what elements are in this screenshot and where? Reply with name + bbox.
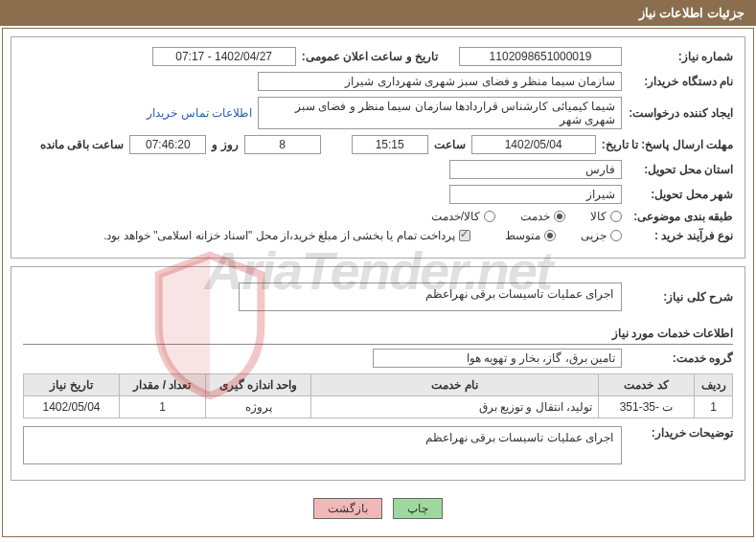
- deadline-label: مهلت ارسال پاسخ: تا تاریخ:: [602, 138, 733, 151]
- proc-medium-label: متوسط: [505, 229, 540, 242]
- services-table: ردیف کد خدمت نام خدمت واحد اندازه گیری ت…: [23, 373, 733, 418]
- buyer-desc-field: اجرای عملیات تاسیسات برقی نهراعظم: [23, 426, 622, 464]
- city-field: شیراز: [449, 185, 622, 204]
- buyer-contact-link[interactable]: اطلاعات تماس خریدار: [147, 106, 252, 120]
- radio-goods-service[interactable]: [484, 211, 495, 222]
- summary-field: اجرای عملیات تاسیسات برقی نهراعظم: [239, 282, 622, 311]
- cell-name: تولید، انتقال و توزیع برق: [311, 396, 599, 418]
- group-label: گروه خدمت:: [628, 351, 733, 365]
- process-label: نوع فرآیند خرید :: [628, 229, 733, 242]
- cell-date: 1402/05/04: [24, 396, 120, 418]
- payment-note: پرداخت تمام یا بخشی از مبلغ خرید،از محل …: [103, 229, 455, 242]
- requester-field: شیما کیمیائی کارشناس قراردادها سازمان سی…: [258, 97, 622, 129]
- days-field: 8: [244, 135, 321, 154]
- days-label: روز و: [212, 138, 238, 151]
- services-title: اطلاعات خدمات مورد نیاز: [23, 323, 733, 345]
- province-field: فارس: [449, 160, 622, 179]
- buyer-label: نام دستگاه خریدار:: [628, 75, 733, 88]
- radio-service[interactable]: [554, 211, 565, 222]
- th-name: نام خدمت: [311, 374, 599, 396]
- requester-label: ایجاد کننده درخواست:: [628, 106, 733, 120]
- buyer-field: سازمان سیما منظر و فضای سبز شهری شهرداری…: [258, 72, 622, 91]
- th-qty: تعداد / مقدار: [120, 374, 206, 396]
- need-no-label: شماره نیاز:: [628, 50, 733, 63]
- page-title: جزئیات اطلاعات نیاز: [0, 0, 756, 26]
- cell-idx: 1: [695, 396, 733, 418]
- panel-need-details: شرح کلی نیاز: اجرای عملیات تاسیسات برقی …: [11, 266, 745, 481]
- remaining-time-field: 07:46:20: [129, 135, 206, 154]
- table-row: 1 ت -35-351 تولید، انتقال و توزیع برق پر…: [24, 396, 733, 418]
- buttons-bar: چاپ بازگشت: [11, 488, 745, 529]
- cat-service-label: خدمت: [520, 210, 550, 223]
- announce-field: 1402/04/27 - 07:17: [152, 47, 296, 66]
- summary-label: شرح کلی نیاز:: [628, 290, 733, 304]
- checkbox-treasury[interactable]: [459, 230, 470, 241]
- outer-frame: شماره نیاز: 1102098651000019 تاریخ و ساع…: [2, 28, 754, 537]
- remaining-label: ساعت باقی مانده: [40, 138, 125, 151]
- cell-unit: پروژه: [206, 396, 311, 418]
- back-button[interactable]: بازگشت: [313, 498, 382, 519]
- proc-minor-label: جزیی: [581, 229, 607, 242]
- deadline-date-field: 1402/05/04: [471, 135, 596, 154]
- cell-code: ت -35-351: [599, 396, 695, 418]
- th-date: تاریخ نیاز: [24, 374, 120, 396]
- province-label: استان محل تحویل:: [628, 163, 733, 176]
- need-no-field: 1102098651000019: [459, 47, 622, 66]
- cat-goods-service-label: کالا/خدمت: [431, 210, 480, 223]
- radio-medium[interactable]: [544, 230, 556, 241]
- announce-label: تاریخ و ساعت اعلان عمومی:: [302, 50, 438, 63]
- cell-qty: 1: [120, 396, 206, 418]
- radio-minor[interactable]: [610, 230, 622, 241]
- th-idx: ردیف: [695, 374, 733, 396]
- print-button[interactable]: چاپ: [393, 498, 443, 519]
- deadline-time-field: 15:15: [352, 135, 428, 154]
- radio-goods[interactable]: [610, 211, 622, 222]
- table-header-row: ردیف کد خدمت نام خدمت واحد اندازه گیری ت…: [24, 374, 733, 396]
- category-label: طبقه بندی موضوعی:: [628, 210, 733, 223]
- city-label: شهر محل تحویل:: [628, 188, 733, 201]
- panel-general-info: شماره نیاز: 1102098651000019 تاریخ و ساع…: [11, 36, 745, 259]
- group-field: تامین برق، گاز، بخار و تهویه هوا: [373, 349, 622, 368]
- th-code: کد خدمت: [599, 374, 695, 396]
- cat-goods-label: کالا: [590, 210, 607, 223]
- th-unit: واحد اندازه گیری: [206, 374, 311, 396]
- buyer-desc-label: توضیحات خریدار:: [628, 426, 733, 440]
- time-label: ساعت: [434, 138, 466, 151]
